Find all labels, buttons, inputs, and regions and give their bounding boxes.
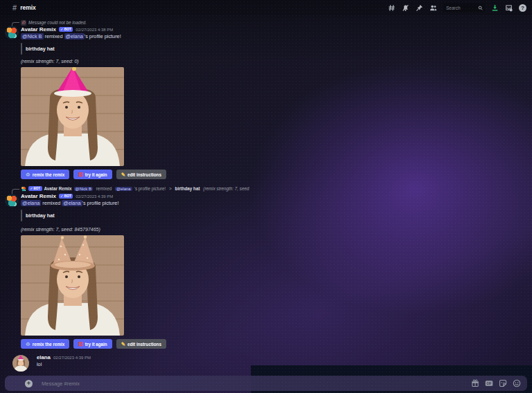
message-bot-1: Message could not be loaded. Avatar Remi… <box>0 19 298 179</box>
message-elana: elana 02/27/2023 4:39 PM lol <box>0 354 298 368</box>
blockquote-bar <box>21 43 22 55</box>
text-segment: remixed <box>95 186 113 191</box>
emoji-picker-icon[interactable] <box>513 379 521 387</box>
button-label: try it again <box>85 172 107 177</box>
button-label: edit instructions <box>127 342 161 347</box>
search-placeholder: Search <box>446 6 477 10</box>
gif-label: GIF <box>486 382 492 385</box>
blockquote-text: birthday hat <box>26 210 55 221</box>
notifications-muted-bell-icon[interactable] <box>402 4 409 12</box>
search-icon <box>478 6 483 10</box>
reply-preview[interactable]: ✓ BOT Avatar Remix @Nick B remixed @elan… <box>21 185 249 192</box>
timestamp: 02/27/2023 4:39 PM <box>76 194 113 199</box>
reply-preview-unloaded[interactable]: Message could not be loaded. <box>21 19 249 26</box>
channel-title: # remix <box>12 4 36 12</box>
avatar-remix-bot-avatar[interactable] <box>5 26 19 39</box>
author-name[interactable]: elana <box>37 354 51 360</box>
mention-elana[interactable]: @elana <box>64 33 85 39</box>
button-label: remix the remix <box>33 342 65 347</box>
mention-elana[interactable]: @elana <box>62 200 82 206</box>
gif-picker-icon[interactable]: GIF <box>485 379 493 387</box>
pinned-messages-icon[interactable] <box>416 4 423 12</box>
pencil-emoji-icon: ✎ <box>121 172 125 177</box>
timestamp: 02/27/2023 4:39 PM <box>53 356 91 360</box>
blockquote: birthday hat <box>21 43 298 55</box>
message-text: lol <box>37 361 298 368</box>
elana-avatar[interactable] <box>12 355 29 372</box>
message-composer[interactable]: + Message #remix GIF <box>5 376 527 391</box>
reply-author-name: Avatar Remix <box>44 186 72 191</box>
timestamp: 02/27/2023 4:38 PM <box>76 28 113 32</box>
button-label: edit instructions <box>127 172 161 177</box>
help-icon[interactable]: ? <box>519 4 526 12</box>
author-name[interactable]: Avatar Remix <box>21 193 56 199</box>
blockquote-text: birthday hat <box>26 43 55 55</box>
mention-nick-b[interactable]: @Nick B <box>21 33 44 39</box>
button-label: try it again <box>85 342 107 347</box>
text-segment: 's profile picture! <box>85 33 121 39</box>
text-segment: 's profile picture! <box>134 186 167 191</box>
message-text: @Nick B remixed @elana's profile picture… <box>21 33 298 40</box>
message-unavailable-icon <box>21 20 26 26</box>
quote-prefix: > <box>169 186 172 191</box>
hash-icon: # <box>12 4 17 12</box>
download-apps-icon[interactable] <box>491 4 499 12</box>
pencil-emoji-icon: ✎ <box>121 342 125 347</box>
try-it-again-button[interactable]: ⚄ try it again <box>73 170 112 179</box>
try-it-again-button[interactable]: ⚄ try it again <box>73 339 112 349</box>
bot-action-buttons: ♻ remix the remix ⚄ try it again ✎ edit … <box>21 339 298 349</box>
mention-elana: @elana <box>115 187 132 191</box>
bot-action-buttons: ♻ remix the remix ⚄ try it again ✎ edit … <box>21 170 298 179</box>
recycle-emoji-icon: ♻ <box>26 172 30 177</box>
sticker-picker-icon[interactable] <box>499 379 507 387</box>
bot-badge: ✓ BOT <box>59 194 73 199</box>
avatar-remix-bot-avatar[interactable] <box>5 194 19 208</box>
remix-caption: (remix strength: 7, seed: 0) <box>21 59 298 64</box>
remixed-image-2[interactable] <box>21 235 124 336</box>
die-emoji-icon: ⚄ <box>78 342 83 347</box>
author-name[interactable]: Avatar Remix <box>21 26 56 33</box>
edit-instructions-button[interactable]: ✎ edit instructions <box>116 339 166 349</box>
blockquote-bar <box>21 210 22 221</box>
reply-author-avatar <box>21 186 26 192</box>
recycle-emoji-icon: ♻ <box>26 342 30 347</box>
discord-window: # remix Search <box>0 0 532 393</box>
threads-icon[interactable] <box>388 4 396 12</box>
gift-icon[interactable] <box>471 379 479 387</box>
mention-elana[interactable]: @elana <box>21 200 41 206</box>
member-list-icon[interactable] <box>429 4 437 12</box>
composer-placeholder[interactable]: Message #remix <box>42 381 471 387</box>
remixed-image-1[interactable] <box>21 67 124 166</box>
bot-badge: ✓ BOT <box>28 186 42 191</box>
message-text: @elana remixed @elana's profile picture! <box>21 200 298 207</box>
blockquote: birthday hat <box>21 210 298 221</box>
mention-nick-b: @Nick B <box>74 187 93 191</box>
attach-plus-icon[interactable]: + <box>25 380 33 387</box>
button-label: remix the remix <box>33 172 65 177</box>
die-emoji-icon: ⚄ <box>78 172 83 177</box>
channel-header: # remix Search <box>0 0 532 15</box>
text-segment: remixed <box>44 33 64 39</box>
remix-the-remix-button[interactable]: ♻ remix the remix <box>21 170 69 179</box>
text-segment: remixed <box>41 200 62 206</box>
search-input[interactable]: Search <box>443 3 485 12</box>
bot-badge: ✓ BOT <box>59 27 73 32</box>
channel-name: remix <box>20 4 36 11</box>
remix-the-remix-button[interactable]: ♻ remix the remix <box>21 339 69 349</box>
inbox-icon[interactable] <box>505 4 513 12</box>
quoted-caption: (remix strength: 7, seed: 0) <box>203 186 249 191</box>
reply-text: Message could not be loaded. <box>28 20 87 25</box>
remix-caption: (remix strength: 7, seed: 845797465) <box>21 227 298 232</box>
edit-instructions-button[interactable]: ✎ edit instructions <box>116 170 166 179</box>
message-bot-2: ✓ BOT Avatar Remix @Nick B remixed @elan… <box>0 185 298 349</box>
text-segment: 's profile picture! <box>82 200 119 206</box>
quoted-prompt: birthday hat <box>175 186 202 191</box>
